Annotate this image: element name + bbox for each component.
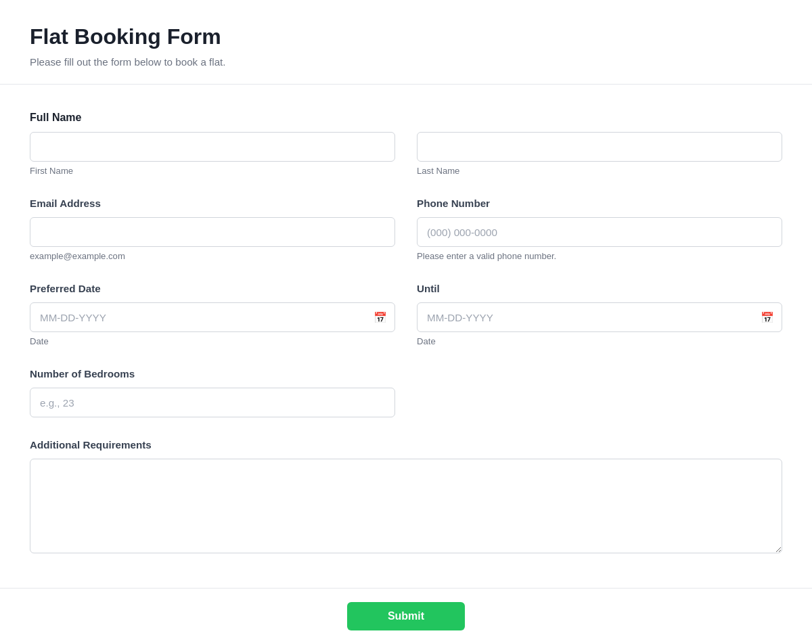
submit-button[interactable]: Submit	[347, 602, 465, 630]
last-name-input[interactable]	[417, 132, 782, 162]
page-subtitle: Please fill out the form below to book a…	[30, 56, 782, 68]
preferred-date-input[interactable]	[30, 302, 395, 332]
full-name-row: First Name Last Name	[30, 132, 782, 176]
additional-label: Additional Requirements	[30, 439, 782, 451]
until-date-input[interactable]	[417, 302, 782, 332]
phone-group: Phone Number Please enter a valid phone …	[417, 198, 782, 261]
bedrooms-label: Number of Bedrooms	[30, 368, 395, 380]
full-name-label: Full Name	[30, 112, 782, 124]
preferred-date-group: Preferred Date 📅 Date	[30, 283, 395, 346]
phone-hint: Please enter a valid phone number.	[417, 251, 782, 261]
phone-label: Phone Number	[417, 198, 782, 209]
email-label: Email Address	[30, 198, 395, 209]
full-name-section: Full Name First Name Last Name	[30, 112, 782, 176]
email-phone-row: Email Address example@example.com Phone …	[30, 198, 782, 261]
until-group: Until 📅 Date	[417, 283, 782, 346]
bedrooms-group: Number of Bedrooms	[30, 368, 395, 417]
additional-group: Additional Requirements	[30, 439, 782, 553]
preferred-date-hint: Date	[30, 336, 395, 346]
preferred-date-label: Preferred Date	[30, 283, 395, 294]
bedrooms-row: Number of Bedrooms	[30, 368, 782, 417]
additional-row: Additional Requirements	[30, 439, 782, 553]
last-name-group: Last Name	[417, 132, 782, 176]
first-name-hint: First Name	[30, 166, 395, 176]
page-header: Flat Booking Form Please fill out the fo…	[0, 0, 812, 85]
until-date-wrapper: 📅	[417, 302, 782, 332]
page-title: Flat Booking Form	[30, 24, 782, 49]
form-container: Full Name First Name Last Name Email Add…	[0, 85, 812, 602]
footer-bar: Submit	[0, 588, 812, 644]
date-row: Preferred Date 📅 Date Until 📅 Date	[30, 283, 782, 346]
preferred-date-wrapper: 📅	[30, 302, 395, 332]
first-name-group: First Name	[30, 132, 395, 176]
additional-textarea[interactable]	[30, 459, 782, 553]
bedrooms-input[interactable]	[30, 388, 395, 417]
last-name-hint: Last Name	[417, 166, 782, 176]
email-hint: example@example.com	[30, 251, 395, 261]
email-input[interactable]	[30, 217, 395, 247]
phone-input[interactable]	[417, 217, 782, 247]
first-name-input[interactable]	[30, 132, 395, 162]
until-date-hint: Date	[417, 336, 782, 346]
until-label: Until	[417, 283, 782, 294]
email-group: Email Address example@example.com	[30, 198, 395, 261]
